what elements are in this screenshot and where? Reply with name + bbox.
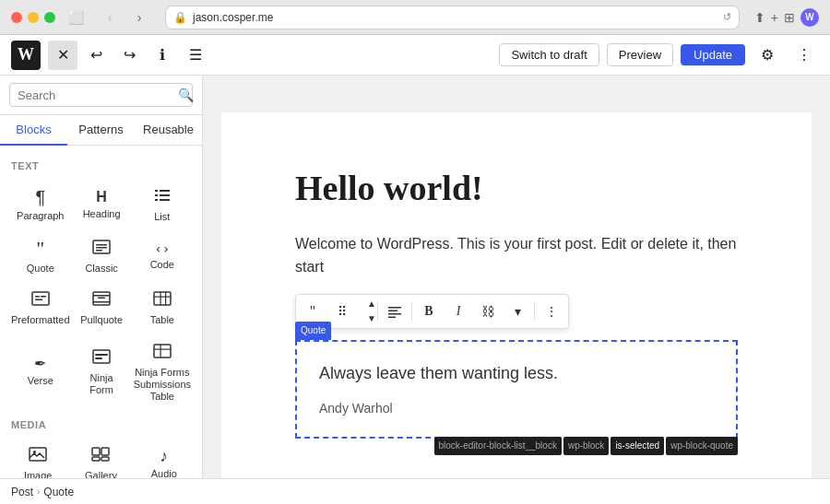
quote-block[interactable]: Always leave them wanting less. Andy War…: [295, 340, 738, 439]
code-label: Code: [150, 259, 174, 271]
block-item-paragraph[interactable]: ¶ Paragraph: [7, 179, 74, 229]
svg-rect-26: [154, 348, 171, 349]
wp-main: 🔍 Blocks Patterns Reusable TEXT ¶ Paragr…: [0, 76, 830, 478]
close-window-button[interactable]: [11, 12, 22, 23]
svg-rect-0: [155, 190, 158, 192]
svg-rect-12: [41, 296, 46, 298]
svg-rect-18: [154, 292, 171, 305]
block-item-code[interactable]: ‹› Code: [130, 230, 195, 280]
bold-button[interactable]: B: [414, 297, 444, 326]
search-input-wrapper[interactable]: 🔍: [9, 83, 193, 107]
paragraph-label: Paragraph: [17, 210, 64, 222]
heading-label: Heading: [83, 208, 121, 220]
block-item-classic[interactable]: Classic: [76, 230, 128, 280]
post-content[interactable]: Welcome to WordPress. This is your first…: [295, 232, 738, 439]
svg-rect-21: [165, 292, 166, 305]
block-item-image[interactable]: Image: [7, 438, 68, 478]
svg-rect-27: [160, 345, 160, 357]
svg-rect-23: [95, 354, 108, 356]
block-tags: block-editor-block-list__block wp-block …: [434, 437, 738, 455]
block-item-list[interactable]: List: [130, 179, 195, 229]
back-button[interactable]: ‹: [99, 6, 121, 29]
toolbar-right: Switch to draft Preview Update ⚙ ⋮: [499, 41, 819, 70]
search-input[interactable]: [18, 88, 172, 102]
tab-blocks[interactable]: Blocks: [0, 115, 67, 146]
tab-reusable[interactable]: Reusable: [135, 115, 202, 146]
block-item-heading[interactable]: H Heading: [76, 179, 128, 229]
svg-rect-31: [101, 448, 109, 455]
sidebar-search: 🔍: [0, 76, 202, 115]
wp-toolbar: W ✕ ↩ ↪ ℹ ☰ Switch to draft Preview Upda…: [0, 35, 830, 76]
block-item-pullquote[interactable]: Pullquote: [76, 282, 128, 332]
address-bar[interactable]: 🔒 jason.cosper.me ↺: [165, 6, 740, 29]
block-item-ninja-forms-sub[interactable]: Ninja Forms Submissions Table: [130, 334, 195, 409]
block-item-quote[interactable]: " Quote: [7, 230, 74, 280]
list-icon: [153, 186, 172, 207]
block-item-table[interactable]: Table: [130, 282, 195, 332]
svg-rect-25: [154, 345, 171, 357]
svg-rect-22: [93, 350, 110, 363]
forward-button[interactable]: ›: [128, 6, 150, 29]
breadcrumb-quote[interactable]: Quote: [43, 486, 74, 498]
heading-icon: H: [96, 190, 107, 205]
sidebar-blocks: TEXT ¶ Paragraph H Heading List: [0, 146, 202, 478]
extensions-icon[interactable]: ⊞: [784, 10, 795, 25]
list-view-button[interactable]: ☰: [181, 41, 210, 70]
wp-sidebar: 🔍 Blocks Patterns Reusable TEXT ¶ Paragr…: [0, 76, 203, 478]
post-paragraph[interactable]: Welcome to WordPress. This is your first…: [295, 232, 738, 279]
block-item-ninja-form[interactable]: Ninja Form: [76, 334, 128, 409]
undo-button[interactable]: ↩: [81, 41, 111, 70]
pullquote-icon: [92, 289, 111, 311]
sidebar-toggle-button[interactable]: ⬜: [68, 10, 84, 25]
more-options-button[interactable]: ⋮: [789, 41, 819, 70]
refresh-icon[interactable]: ↺: [723, 11, 731, 23]
svg-rect-20: [160, 292, 160, 305]
link-button[interactable]: ⛓: [473, 297, 503, 326]
italic-button[interactable]: I: [444, 297, 473, 326]
switch-to-draft-button[interactable]: Switch to draft: [499, 43, 599, 66]
wp-logo-icon: W: [18, 45, 34, 64]
search-icon: 🔍: [178, 88, 194, 102]
close-block-inserter-button[interactable]: ✕: [48, 41, 77, 70]
preview-button[interactable]: Preview: [607, 43, 673, 66]
svg-rect-15: [93, 295, 110, 297]
block-info-button[interactable]: ℹ: [148, 41, 177, 70]
maximize-window-button[interactable]: [44, 12, 55, 23]
post-title[interactable]: Hello world!: [295, 168, 738, 210]
tab-patterns[interactable]: Patterns: [67, 115, 135, 146]
new-tab-icon[interactable]: +: [771, 10, 778, 25]
block-item-preformatted[interactable]: Preformatted: [7, 282, 74, 332]
block-tag-3: wp-block-quote: [666, 437, 738, 455]
text-category-label: TEXT: [0, 153, 202, 175]
svg-rect-36: [388, 313, 401, 315]
block-item-audio[interactable]: ♪ Audio: [134, 438, 195, 478]
wp-status-bar: Post › Quote: [0, 478, 830, 504]
block-more-options-button[interactable]: ⋮: [537, 297, 566, 326]
wp-logo[interactable]: W: [11, 41, 41, 70]
wp-page: Hello world! Welcome to WordPress. This …: [221, 112, 812, 478]
quote-citation[interactable]: Andy Warhol: [319, 398, 714, 418]
gallery-icon: [91, 445, 110, 466]
block-item-verse[interactable]: ✒ Verse: [7, 334, 74, 409]
quote-label: Quote: [27, 263, 54, 275]
redo-button[interactable]: ↪: [114, 41, 144, 70]
svg-rect-32: [92, 457, 100, 461]
preformatted-icon: [31, 289, 50, 311]
svg-rect-13: [35, 299, 42, 301]
minimize-window-button[interactable]: [28, 12, 39, 23]
browser-extension[interactable]: W: [800, 8, 819, 27]
block-item-gallery[interactable]: Gallery: [70, 438, 131, 478]
quote-icon: ": [36, 239, 44, 259]
update-button[interactable]: Update: [681, 44, 745, 65]
ninja-form-label: Ninja Form: [79, 372, 125, 396]
drag-handle-button[interactable]: ⠿: [327, 297, 357, 326]
pullquote-label: Pullquote: [80, 314, 123, 326]
preformatted-label: Preformatted: [11, 314, 70, 326]
quote-text[interactable]: Always leave them wanting less.: [319, 360, 714, 387]
align-left-button[interactable]: [380, 297, 409, 326]
settings-button[interactable]: ⚙: [753, 41, 782, 70]
breadcrumb-post[interactable]: Post: [11, 486, 33, 498]
share-icon[interactable]: ⬆: [754, 10, 765, 25]
more-rich-text-button[interactable]: ▾: [503, 297, 532, 326]
wp-content[interactable]: Hello world! Welcome to WordPress. This …: [203, 76, 830, 478]
